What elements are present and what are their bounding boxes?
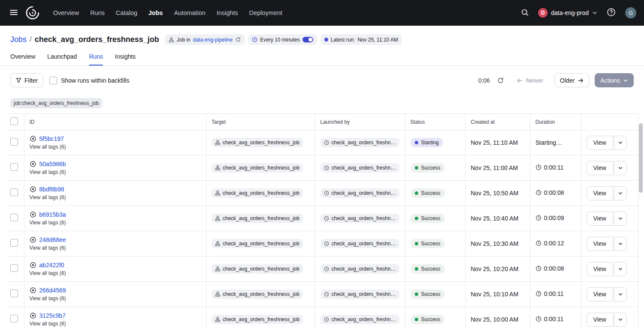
- view-all-tags-link[interactable]: View all tags (6): [30, 321, 66, 327]
- target-pill[interactable]: check_avg_orders_freshness_job: [212, 264, 303, 274]
- status-dot: [415, 191, 418, 195]
- view-button[interactable]: View: [587, 313, 613, 327]
- schedule-toggle[interactable]: [303, 37, 313, 42]
- top-navbar: Overview Runs Catalog Jobs Automation In…: [0, 0, 644, 26]
- row-checkbox[interactable]: [10, 138, 18, 146]
- run-id-link[interactable]: 3125c9b7: [39, 312, 66, 319]
- launched-by-pill[interactable]: check_avg_orders_freshn…: [321, 289, 399, 299]
- code-location-link[interactable]: data-eng-pipeline: [193, 37, 233, 43]
- run-id-link[interactable]: 5f5bc197: [39, 135, 64, 142]
- chevron-down-icon: [618, 317, 623, 322]
- launched-by-pill[interactable]: check_avg_orders_freshn…: [321, 264, 399, 274]
- view-dropdown-button[interactable]: [614, 313, 627, 327]
- row-checkbox[interactable]: [10, 315, 18, 322]
- run-status-ring-icon: [30, 287, 36, 294]
- launched-by-pill[interactable]: check_avg_orders_freshn…: [321, 138, 399, 147]
- row-checkbox[interactable]: [10, 188, 18, 196]
- row-checkbox[interactable]: [10, 264, 18, 272]
- status-dot: [415, 166, 418, 170]
- view-dropdown-button[interactable]: [614, 212, 627, 226]
- search-button[interactable]: [519, 7, 530, 19]
- runs-table-header: ID Target Launched by Status Created at …: [7, 114, 638, 130]
- run-id-link[interactable]: b6915b3a: [39, 211, 66, 218]
- view-button[interactable]: View: [587, 212, 613, 226]
- target-pill[interactable]: check_avg_orders_freshness_job: [212, 315, 303, 324]
- latest-run-time[interactable]: Nov 25, 11:10 AM: [357, 37, 398, 43]
- launched-by-label: check_avg_orders_freshn…: [332, 190, 396, 196]
- user-avatar[interactable]: G: [625, 7, 636, 18]
- launched-by-pill[interactable]: check_avg_orders_freshn…: [321, 214, 399, 223]
- view-button[interactable]: View: [587, 186, 613, 200]
- view-all-tags-link[interactable]: View all tags (6): [30, 245, 66, 251]
- run-id-link[interactable]: ab2422f0: [39, 262, 64, 268]
- row-checkbox[interactable]: [10, 214, 18, 221]
- view-button[interactable]: View: [587, 161, 613, 175]
- newer-button[interactable]: Newer: [511, 73, 548, 87]
- scrollbar-thumb[interactable]: [639, 123, 643, 193]
- view-dropdown-button[interactable]: [614, 262, 627, 276]
- run-id-link[interactable]: 266d4569: [39, 287, 66, 294]
- select-all-checkbox[interactable]: [10, 117, 18, 125]
- help-button[interactable]: [605, 6, 617, 20]
- job-filter-tag[interactable]: job:check_avg_orders_freshness_job: [10, 98, 102, 108]
- target-pill[interactable]: check_avg_orders_freshness_job: [212, 289, 303, 299]
- nav-item-catalog[interactable]: Catalog: [116, 9, 137, 16]
- tab-overview[interactable]: Overview: [10, 53, 35, 66]
- hamburger-menu-button[interactable]: [8, 6, 20, 20]
- view-all-tags-link[interactable]: View all tags (6): [30, 270, 66, 276]
- run-id-link[interactable]: 8bdf8b98: [39, 186, 64, 193]
- target-pill[interactable]: check_avg_orders_freshness_job: [212, 138, 303, 147]
- row-checkbox[interactable]: [10, 289, 18, 297]
- actions-button[interactable]: Actions: [595, 73, 634, 87]
- target-pill[interactable]: check_avg_orders_freshness_job: [212, 239, 303, 248]
- page-header: Jobs / check_avg_orders_freshness_job Jo…: [0, 26, 644, 45]
- view-button[interactable]: View: [587, 237, 613, 251]
- show-backfills-checkbox[interactable]: [49, 77, 57, 84]
- status-badge: Success: [410, 163, 445, 173]
- nav-item-deployment[interactable]: Deployment: [249, 9, 282, 16]
- view-all-tags-link[interactable]: View all tags (6): [30, 295, 66, 301]
- view-all-tags-link[interactable]: View all tags (6): [30, 169, 66, 175]
- target-pill[interactable]: check_avg_orders_freshness_job: [212, 214, 303, 223]
- view-dropdown-button[interactable]: [614, 186, 627, 200]
- row-checkbox[interactable]: [10, 239, 18, 247]
- nav-item-overview[interactable]: Overview: [53, 9, 79, 16]
- view-all-tags-link[interactable]: View all tags (6): [30, 220, 66, 226]
- view-button[interactable]: View: [587, 262, 613, 276]
- launched-by-pill[interactable]: check_avg_orders_freshn…: [321, 163, 399, 173]
- view-dropdown-button[interactable]: [614, 287, 627, 301]
- nav-item-runs[interactable]: Runs: [90, 9, 105, 16]
- row-checkbox[interactable]: [10, 163, 18, 171]
- launched-by-pill[interactable]: check_avg_orders_freshn…: [321, 239, 399, 248]
- deployment-switcher[interactable]: D data-eng-prod: [538, 8, 597, 18]
- vertical-scrollbar[interactable]: [639, 115, 643, 326]
- view-all-tags-link[interactable]: View all tags (6): [30, 194, 66, 200]
- launched-by-pill[interactable]: check_avg_orders_freshn…: [321, 188, 399, 198]
- nav-item-insights[interactable]: Insights: [216, 9, 238, 16]
- status-badge: Starting: [410, 138, 443, 147]
- breadcrumb-jobs-link[interactable]: Jobs: [10, 35, 27, 44]
- tab-insights[interactable]: Insights: [115, 53, 135, 66]
- view-dropdown-button[interactable]: [614, 161, 627, 175]
- view-dropdown-button[interactable]: [614, 136, 627, 150]
- view-all-tags-link[interactable]: View all tags (6): [30, 144, 66, 150]
- run-id-link[interactable]: 50a5986b: [39, 161, 66, 167]
- view-button[interactable]: View: [587, 287, 613, 301]
- filter-button[interactable]: Filter: [10, 73, 43, 87]
- status-label: Success: [421, 215, 440, 221]
- target-pill[interactable]: check_avg_orders_freshness_job: [212, 163, 303, 173]
- tab-launchpad[interactable]: Launchpad: [47, 53, 77, 66]
- nav-item-automation[interactable]: Automation: [174, 9, 205, 16]
- launched-by-pill[interactable]: check_avg_orders_freshn…: [321, 315, 399, 324]
- view-dropdown-button[interactable]: [614, 237, 627, 251]
- table-row: ab2422f0 View all tags (6) check_avg_ord…: [7, 256, 638, 282]
- latest-run-prefix: Latest run:: [331, 37, 355, 43]
- older-button[interactable]: Older: [554, 73, 589, 87]
- run-id-link[interactable]: 248d68ee: [39, 236, 66, 243]
- view-button[interactable]: View: [587, 136, 613, 150]
- refresh-button[interactable]: [495, 75, 506, 86]
- tab-runs[interactable]: Runs: [89, 53, 103, 66]
- target-pill[interactable]: check_avg_orders_freshness_job: [212, 188, 303, 198]
- nav-item-jobs[interactable]: Jobs: [148, 9, 163, 16]
- reload-location-icon[interactable]: [235, 37, 241, 42]
